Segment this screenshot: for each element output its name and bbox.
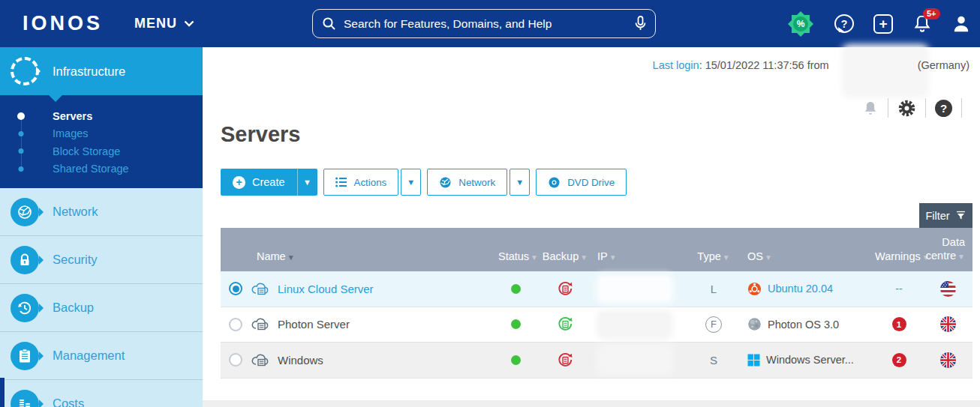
help-chat-icon[interactable]: ? bbox=[834, 14, 854, 33]
divider bbox=[888, 98, 888, 118]
cloud-server-icon bbox=[251, 281, 271, 297]
sidebar-item-servers[interactable]: Servers bbox=[0, 107, 203, 125]
help-icon[interactable]: ? bbox=[935, 100, 952, 117]
sidebar-item-security[interactable]: Security bbox=[0, 236, 203, 284]
coins-icon bbox=[11, 390, 39, 407]
sort-arrow-icon: ▼ bbox=[765, 253, 772, 262]
main-content: Last login: 15/01/2022 11:37:56 from(Ger… bbox=[203, 47, 980, 407]
caret-down-icon: ▼ bbox=[303, 178, 311, 187]
sidebar-item-network[interactable]: Network bbox=[0, 188, 203, 236]
filter-button[interactable]: Filter bbox=[919, 203, 972, 228]
redacted-ip bbox=[600, 313, 669, 336]
column-header-status[interactable]: Status▼ bbox=[498, 250, 533, 271]
menu-label: MENU bbox=[134, 16, 177, 31]
column-header-name[interactable]: Name▼ bbox=[251, 250, 498, 271]
sidebar-item-block-storage[interactable]: Block Storage bbox=[0, 142, 203, 160]
create-label: Create bbox=[252, 176, 285, 188]
type-badge: F bbox=[705, 316, 722, 333]
table-row[interactable]: Photon Server F Photon OS 3.0 1 bbox=[221, 307, 972, 343]
caret-down-icon: ▼ bbox=[516, 178, 524, 187]
toolbar: + Create ▼ Actions ▼ Network ▼ DVD Drive bbox=[221, 169, 627, 196]
page-utility-icons: ? bbox=[862, 98, 971, 118]
sidebar-item-images[interactable]: Images bbox=[0, 125, 203, 143]
actions-button[interactable]: Actions bbox=[323, 169, 399, 196]
sidebar-item-shared-storage[interactable]: Shared Storage bbox=[0, 160, 203, 178]
navbar-icon-group: % ? + 5+ bbox=[786, 0, 971, 47]
list-icon bbox=[335, 177, 347, 187]
bullet-icon bbox=[19, 131, 24, 136]
column-header-warnings[interactable]: Warnings▼ bbox=[875, 250, 923, 271]
warning-badge[interactable]: 2 bbox=[892, 353, 906, 367]
table-row[interactable]: Windows S Windows Server... 2 bbox=[221, 343, 972, 379]
row-radio[interactable] bbox=[229, 353, 242, 367]
dvd-drive-button[interactable]: DVD Drive bbox=[536, 169, 627, 196]
gear-icon[interactable] bbox=[897, 99, 916, 118]
create-dropdown-arrow[interactable]: ▼ bbox=[297, 169, 317, 196]
column-header-ip[interactable]: IP▼ bbox=[597, 250, 680, 271]
sidebar-item-infrastructure[interactable]: Infrastructure bbox=[0, 47, 203, 95]
network-dropdown-arrow[interactable]: ▼ bbox=[510, 169, 530, 196]
column-header-os[interactable]: OS▼ bbox=[747, 250, 875, 271]
filter-label: Filter bbox=[925, 210, 949, 222]
table-row[interactable]: Linux Cloud Server L Ubuntu 20.04 -- bbox=[221, 271, 972, 307]
server-name-link[interactable]: Photon Server bbox=[278, 318, 350, 331]
network-icon bbox=[11, 198, 39, 226]
redacted-ip bbox=[600, 277, 669, 300]
promotions-icon[interactable]: % bbox=[786, 10, 815, 38]
page-bell-icon[interactable] bbox=[862, 100, 879, 117]
create-button[interactable]: + Create bbox=[221, 169, 297, 196]
microphone-icon[interactable] bbox=[635, 16, 646, 31]
chevron-down-icon bbox=[184, 20, 194, 27]
os-label[interactable]: Photon OS 3.0 bbox=[768, 319, 839, 331]
server-name-link[interactable]: Windows bbox=[278, 354, 323, 367]
notification-badge: 5+ bbox=[923, 8, 940, 19]
backup-ok-icon[interactable] bbox=[558, 316, 573, 332]
sidebar-item-label: Security bbox=[53, 253, 98, 267]
status-running-icon bbox=[511, 319, 521, 329]
divider bbox=[925, 98, 926, 118]
filter-funnel-icon bbox=[955, 210, 966, 221]
actions-dropdown-arrow[interactable]: ▼ bbox=[401, 169, 421, 196]
column-header-backup[interactable]: Backup▼ bbox=[533, 250, 597, 271]
sidebar-scrollbar-thumb[interactable] bbox=[0, 378, 5, 407]
backup-error-icon[interactable] bbox=[558, 281, 573, 297]
network-button[interactable]: Network bbox=[427, 169, 507, 196]
backup-clock-icon bbox=[11, 294, 39, 322]
windows-icon bbox=[747, 354, 760, 367]
lock-icon bbox=[11, 246, 39, 274]
sidebar-item-costs[interactable]: Costs bbox=[0, 380, 203, 407]
menu-button[interactable]: MENU bbox=[134, 16, 194, 31]
divider bbox=[961, 98, 962, 118]
last-login-link[interactable]: Last login bbox=[653, 59, 699, 71]
row-radio[interactable] bbox=[229, 318, 242, 331]
type-badge: L bbox=[711, 283, 717, 295]
account-icon[interactable] bbox=[951, 13, 971, 34]
plus-circle-icon: + bbox=[233, 176, 245, 189]
col-label: IP bbox=[597, 250, 608, 262]
create-button-group: + Create ▼ bbox=[221, 169, 317, 196]
last-login-text: : 15/01/2022 11:37:56 from bbox=[699, 59, 829, 71]
subitem-label: Block Storage bbox=[53, 145, 120, 157]
add-product-icon[interactable]: + bbox=[873, 14, 893, 34]
uk-flag-icon bbox=[940, 352, 956, 368]
os-label[interactable]: Windows Server... bbox=[766, 354, 854, 366]
search-input[interactable] bbox=[344, 17, 635, 31]
backup-error-icon[interactable] bbox=[558, 352, 573, 368]
sidebar-item-backup[interactable]: Backup bbox=[0, 284, 203, 332]
sidebar-item-management[interactable]: Management bbox=[0, 332, 203, 380]
infrastructure-submenu: Servers Images Block Storage Shared Stor… bbox=[0, 95, 203, 188]
redacted-hostname bbox=[846, 49, 924, 94]
os-label[interactable]: Ubuntu 20.04 bbox=[768, 283, 833, 295]
column-header-datacentre[interactable]: Data centre▼ bbox=[923, 235, 972, 271]
server-name-link[interactable]: Linux Cloud Server bbox=[278, 283, 374, 295]
sidebar-item-label: Management bbox=[53, 349, 125, 363]
notifications-bell-icon[interactable]: 5+ bbox=[912, 13, 932, 34]
warning-badge[interactable]: 1 bbox=[892, 317, 906, 331]
col-label: OS bbox=[747, 250, 763, 262]
ionos-logo[interactable]: IONOS bbox=[23, 12, 103, 35]
global-search[interactable] bbox=[312, 9, 656, 38]
redacted-ip bbox=[600, 349, 669, 371]
row-radio-selected[interactable] bbox=[229, 282, 242, 295]
sort-arrow-icon: ▼ bbox=[957, 253, 965, 261]
column-header-type[interactable]: Type▼ bbox=[680, 250, 747, 271]
